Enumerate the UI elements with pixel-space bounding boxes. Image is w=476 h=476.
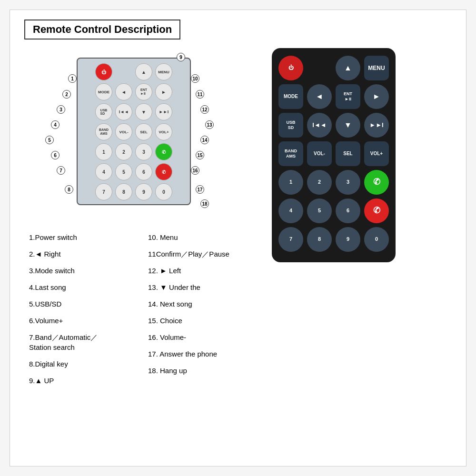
remote-0-btn[interactable]: 0 <box>364 227 389 252</box>
diag-up-btn[interactable]: ▲ <box>135 63 152 80</box>
diag-usb-btn[interactable]: USBSD <box>95 103 112 120</box>
desc-item-11: 11Confirm／Play／Pause <box>148 246 248 262</box>
remote-prev-btn[interactable]: I◄◄ <box>307 113 332 138</box>
desc-item-10: 10. Menu <box>148 229 248 246</box>
diagram-wrapper: ⏻ ▲ MENU MODE ◄ ENT►II ► USBSD <box>39 48 238 219</box>
desc-section: 1.Power switch 2.◄ Right 3.Mode switch 4… <box>24 229 253 389</box>
remote-up-btn[interactable]: ▲ <box>336 56 360 80</box>
diag-power-btn[interactable]: ⏻ <box>95 63 112 80</box>
remote-usb-btn[interactable]: USBSD <box>278 113 303 138</box>
remote-hang-btn[interactable]: ✆ <box>364 198 389 223</box>
callout-2: 2 <box>62 90 71 99</box>
diag-sel-btn[interactable]: SEL <box>135 123 152 140</box>
desc-item-8: 8.Digital key <box>29 356 129 372</box>
remote-down-btn[interactable]: ▼ <box>336 113 360 138</box>
diag-hang-btn[interactable]: ✆ <box>155 163 172 180</box>
diag-call-btn[interactable]: ✆ <box>155 143 172 160</box>
page-title: Remote Control Description <box>33 23 172 36</box>
diag-ent-btn[interactable]: ENT►II <box>135 83 152 100</box>
remote-call-btn[interactable]: ✆ <box>364 170 389 195</box>
diag-6-btn[interactable]: 6 <box>135 163 152 180</box>
callout-18: 18 <box>200 199 209 208</box>
title-box: Remote Control Description <box>24 20 180 40</box>
diag-1-btn[interactable]: 1 <box>95 143 112 160</box>
remote-volminus-btn[interactable]: VOL- <box>307 141 332 166</box>
callout-4: 4 <box>51 120 60 129</box>
diag-down-btn[interactable]: ▼ <box>135 103 152 120</box>
remote-sel-btn[interactable]: SEL <box>336 141 360 166</box>
remote-row-4: BANDAMS VOL- SEL VOL+ <box>278 141 389 166</box>
callout-1: 1 <box>68 74 77 83</box>
desc-item-9: 9.▲ UP <box>29 372 129 389</box>
callout-8: 8 <box>65 185 73 194</box>
remote-row-5: 1 2 3 ✆ <box>278 170 389 195</box>
diag-volminus-btn[interactable]: VOL- <box>115 123 132 140</box>
remote-left-btn[interactable]: ◄ <box>307 84 332 109</box>
remote-volplus-btn[interactable]: VOL+ <box>364 141 389 166</box>
desc-grid: 1.Power switch 2.◄ Right 3.Mode switch 4… <box>29 229 248 389</box>
callout-10: 10 <box>191 74 199 83</box>
diag-next-btn[interactable]: ►►I <box>155 103 172 120</box>
diag-mode-btn[interactable]: MODE <box>95 83 112 100</box>
diag-volplus-btn[interactable]: VOL+ <box>155 123 172 140</box>
callout-5: 5 <box>45 136 54 144</box>
remote-band-btn[interactable]: BANDAMS <box>278 141 303 166</box>
diag-9-btn[interactable]: 9 <box>135 183 152 200</box>
diag-7-btn[interactable]: 7 <box>95 183 112 200</box>
diag-right-btn[interactable]: ► <box>155 83 172 100</box>
desc-col-left: 1.Power switch 2.◄ Right 3.Mode switch 4… <box>29 229 129 389</box>
callout-9: 9 <box>177 53 185 61</box>
diag-menu-btn[interactable]: MENU <box>155 63 172 80</box>
remote-row-6: 4 5 6 ✆ <box>278 198 389 223</box>
remote-4-btn[interactable]: 4 <box>278 198 303 223</box>
callout-16: 16 <box>191 166 199 175</box>
desc-item-18: 18. Hang up <box>148 362 248 379</box>
callout-6: 6 <box>51 151 60 159</box>
diag-prev-btn[interactable]: I◄◄ <box>115 103 132 120</box>
desc-item-17: 17. Answer the phone <box>148 346 248 362</box>
diag-0-btn[interactable]: 0 <box>155 183 172 200</box>
callout-17: 17 <box>196 185 204 194</box>
remote-9-btn[interactable]: 9 <box>336 227 360 252</box>
remote-diagram: ⏻ ▲ MENU MODE ◄ ENT►II ► USBSD <box>77 58 191 205</box>
desc-item-6: 6.Volume+ <box>29 312 129 329</box>
callout-3: 3 <box>57 105 65 114</box>
desc-item-5: 5.USB/SD <box>29 296 129 312</box>
diag-3-btn[interactable]: 3 <box>135 143 152 160</box>
remote-7-btn[interactable]: 7 <box>278 227 303 252</box>
remote-right-btn[interactable]: ► <box>364 84 389 109</box>
remote-mode-btn[interactable]: MODE <box>278 84 303 109</box>
remote-menu-btn[interactable]: MENU <box>364 56 389 80</box>
desc-item-13: 13. ▼ Under the <box>148 279 248 296</box>
callout-12: 12 <box>200 105 209 114</box>
desc-item-15: 15. Choice <box>148 312 248 329</box>
diag-5-btn[interactable]: 5 <box>115 163 132 180</box>
diag-2-btn[interactable]: 2 <box>115 143 132 160</box>
desc-item-4: 4.Last song <box>29 279 129 296</box>
remote-1-btn[interactable]: 1 <box>278 170 303 195</box>
remote-row-2: MODE ◄ ENT►II ► <box>278 84 389 109</box>
remote-power-btn[interactable]: ⏻ <box>278 56 303 80</box>
desc-item-7: 7.Band／Automatic／ Station search <box>29 329 129 356</box>
callout-15: 15 <box>196 151 204 159</box>
callout-13: 13 <box>205 120 214 129</box>
remote-row-3: USBSD I◄◄ ▼ ►►I <box>278 113 389 138</box>
remote-6-btn[interactable]: 6 <box>336 198 360 223</box>
remote-ent-btn[interactable]: ENT►II <box>336 84 360 109</box>
diag-band-btn[interactable]: BANDAMS <box>95 123 112 140</box>
remote-2-btn[interactable]: 2 <box>307 170 332 195</box>
remote-3-btn[interactable]: 3 <box>336 170 360 195</box>
desc-item-16: 16. Volume- <box>148 329 248 346</box>
remote-5-btn[interactable]: 5 <box>307 198 332 223</box>
diag-4-btn[interactable]: 4 <box>95 163 112 180</box>
diagram-section: ⏻ ▲ MENU MODE ◄ ENT►II ► USBSD <box>24 48 253 389</box>
remote-8-btn[interactable]: 8 <box>307 227 332 252</box>
desc-item-12: 12. ► Left <box>148 262 248 279</box>
diag-left-btn[interactable]: ◄ <box>115 83 132 100</box>
callout-7: 7 <box>57 166 65 175</box>
desc-item-1: 1.Power switch <box>29 229 129 246</box>
remote-row-1: ⏻ ▲ MENU <box>278 56 389 80</box>
diag-8-btn[interactable]: 8 <box>115 183 132 200</box>
remote-next-btn[interactable]: ►►I <box>364 113 389 138</box>
page: Remote Control Description ⏻ ▲ MENU MODE <box>10 10 466 466</box>
